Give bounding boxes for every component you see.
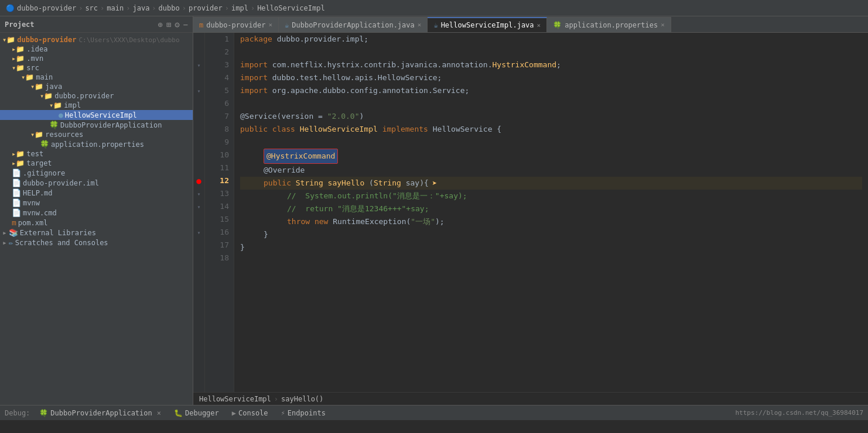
- tree-item-resources[interactable]: ▾📁 resources: [0, 130, 193, 139]
- resources-label: resources: [45, 130, 83, 139]
- tree-item-idea[interactable]: ▸📁 .idea: [0, 44, 193, 54]
- tree-item-test[interactable]: ▸📁 test: [0, 149, 193, 159]
- tab-app-properties[interactable]: 🍀 application.properties ×: [547, 17, 671, 32]
- java-folder-icon: ▾📁: [30, 83, 43, 91]
- src-folder-icon: ▾📁: [12, 64, 25, 72]
- bottom-tab-debug-app[interactable]: 🍀 DubboProviderApplication ×: [36, 408, 165, 418]
- debugger-icon: 🐛: [174, 409, 183, 417]
- iml-icon: 📄: [12, 178, 21, 187]
- debug-app-label: DubboProviderApplication: [50, 409, 152, 417]
- breadcrumb-impl: impl: [231, 4, 248, 12]
- bottom-tab-endpoints[interactable]: ⚡ Endpoints: [278, 408, 329, 418]
- resources-folder-icon: ▾📁: [30, 130, 43, 139]
- editor-area[interactable]: ▾ ▾ ● ▾ ▾ ▾ 1 2: [193, 33, 868, 392]
- breadcrumb-main: main: [107, 4, 124, 12]
- breadcrumb-sep: ›: [274, 395, 278, 403]
- tabs-bar: m dubbo-provider × ☕ DubboProviderApplic…: [193, 16, 868, 33]
- tree-item-dubbo-app[interactable]: 🍀 DubboProviderApplication: [0, 120, 193, 130]
- code-line-7: @Service(version = "2.0.0"): [240, 110, 862, 123]
- tree-item-mvn[interactable]: ▸📁 .mvn: [0, 54, 193, 63]
- pom-icon: m: [12, 218, 16, 227]
- settings-icon[interactable]: ⚙: [175, 20, 179, 29]
- tree-item-java[interactable]: ▾📁 java: [0, 82, 193, 91]
- tree-item-target[interactable]: ▸📁 target: [0, 159, 193, 168]
- tree-item-src[interactable]: ▾📁 src: [0, 63, 193, 73]
- editor-breadcrumb: HellowServiceImpl › sayHello(): [193, 392, 868, 405]
- tab-close-props[interactable]: ×: [661, 21, 665, 29]
- main-folder-icon: ▾📁: [21, 73, 34, 81]
- scratches-arrow-icon: ▸: [2, 238, 7, 247]
- mvnw-cmd-icon: 📄: [12, 208, 21, 217]
- tree-item-mvnw[interactable]: 📄 mvnw: [0, 198, 193, 208]
- debug-app-icon: 🍀: [39, 409, 48, 417]
- code-line-17: }: [240, 241, 862, 254]
- tab-close-impl[interactable]: ×: [537, 22, 541, 29]
- tree-item-app-props[interactable]: 🍀 application.properties: [0, 139, 193, 149]
- tree-item-main[interactable]: ▾📁 main: [0, 73, 193, 82]
- tab-label-hellow-impl: HellowServiceImpl.java: [441, 21, 534, 29]
- breadcrumb-icon: 🔵: [6, 4, 15, 12]
- tree-item-hello-service-impl[interactable]: ● HellowServiceImpl: [0, 110, 193, 120]
- idea-folder-icon: ▸📁: [12, 45, 25, 53]
- debugger-label: Debugger: [185, 409, 219, 417]
- bottom-tab-console[interactable]: ▶ Console: [228, 408, 272, 418]
- breadcrumb-dubbo: dubbo: [159, 4, 180, 12]
- editor-container: m dubbo-provider × ☕ DubboProviderApplic…: [193, 16, 868, 405]
- scratches-label: Scratches and Consoles: [15, 239, 108, 247]
- impl-label: impl: [64, 101, 81, 109]
- hello-impl-label: HellowServiceImpl: [65, 111, 137, 119]
- minimize-icon[interactable]: −: [183, 20, 188, 29]
- bottom-tab-debugger[interactable]: 🐛 Debugger: [170, 408, 223, 418]
- code-line-18: [240, 254, 862, 267]
- mvn-folder-icon: ▸📁: [12, 54, 25, 63]
- tree-item-iml[interactable]: 📄 dubbo-provider.iml: [0, 178, 193, 188]
- root-folder-icon: ▾📁: [2, 36, 15, 44]
- tab-java-icon-app: ☕: [285, 21, 289, 29]
- mvnw-cmd-label: mvnw.cmd: [23, 209, 57, 217]
- tree-item-pom[interactable]: m pom.xml: [0, 218, 193, 228]
- code-line-14: // return "消息是12346+++"+say;: [240, 202, 862, 215]
- sidebar-header: Project ⊕ ⊞ ⚙ −: [0, 16, 193, 33]
- tab-dubbo-app[interactable]: ☕ DubboProviderApplication.java ×: [279, 17, 428, 32]
- dubbo-pkg-label: dubbo.provider: [54, 92, 114, 100]
- tree-root[interactable]: ▾📁 dubbo-provider C:\Users\XXX\Desktop\d…: [0, 35, 193, 44]
- tab-hellow-impl[interactable]: ☕ HellowServiceImpl.java ×: [428, 17, 547, 32]
- code-line-5: import org.apache.dubbo.config.annotatio…: [240, 84, 862, 97]
- add-icon[interactable]: ⊕: [158, 20, 162, 29]
- code-line-8: public class HellowServiceImpl implement…: [240, 123, 862, 136]
- tree-item-mvnw-cmd[interactable]: 📄 mvnw.cmd: [0, 208, 193, 218]
- tab-props-icon: 🍀: [553, 21, 562, 29]
- debug-close-icon[interactable]: ×: [157, 409, 161, 417]
- code-line-12: public String sayHello (String say){ ➤: [240, 177, 862, 190]
- tree-item-impl[interactable]: ▾📁 impl: [0, 101, 193, 110]
- endpoints-icon: ⚡: [281, 409, 285, 417]
- tab-label-dubbo-app: DubboProviderApplication.java: [292, 21, 415, 29]
- tree-item-help[interactable]: 📄 HELP.md: [0, 188, 193, 198]
- ext-libs-folder-icon: 📚: [9, 228, 18, 237]
- code-content[interactable]: package dubbo.provider.impl; import com.…: [234, 33, 868, 392]
- code-line-15: throw new RuntimeException("一场");: [240, 215, 862, 228]
- tree-item-dubbo-provider[interactable]: ▾📁 dubbo.provider: [0, 91, 193, 101]
- mvnw-label: mvnw: [23, 199, 40, 207]
- tab-close-dubbo-provider[interactable]: ×: [268, 21, 272, 29]
- breadcrumb-project: dubbo-provider: [17, 4, 76, 12]
- tab-dubbo-provider[interactable]: m dubbo-provider ×: [193, 17, 279, 32]
- tree-item-ext-libs[interactable]: ▸ 📚 External Libraries: [0, 228, 193, 238]
- gitignore-icon: 📄: [12, 169, 21, 177]
- java-label: java: [45, 83, 62, 91]
- sidebar-actions: ⊕ ⊞ ⚙ −: [158, 20, 188, 29]
- status-url: https://blog.csdn.net/qq_36984017: [735, 409, 863, 417]
- iml-label: dubbo-provider.iml: [23, 179, 99, 187]
- mvnw-icon: 📄: [12, 198, 21, 207]
- test-folder-icon: ▸📁: [12, 150, 25, 158]
- tree-item-gitignore[interactable]: 📄 .gitignore: [0, 168, 193, 178]
- tab-close-app[interactable]: ×: [418, 21, 422, 29]
- target-folder-icon: ▸📁: [12, 159, 25, 167]
- layout-icon[interactable]: ⊞: [166, 20, 171, 29]
- tab-label-app-props: application.properties: [565, 21, 658, 29]
- mvn-label: .mvn: [26, 54, 43, 63]
- code-line-16: }: [240, 228, 862, 241]
- tab-label-dubbo-provider: dubbo-provider: [206, 21, 265, 29]
- left-gutter: ▾ ▾ ● ▾ ▾ ▾: [193, 33, 205, 392]
- tree-item-scratches[interactable]: ▸ ✏ Scratches and Consoles: [0, 238, 193, 248]
